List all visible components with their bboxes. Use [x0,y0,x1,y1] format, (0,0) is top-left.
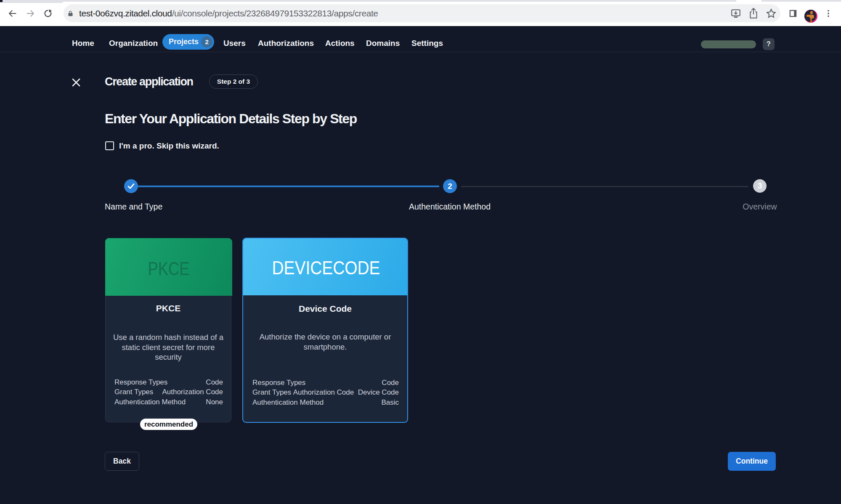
svg-text:DEVICECODE: DEVICECODE [272,257,380,278]
svg-text:PKCE: PKCE [148,258,190,279]
